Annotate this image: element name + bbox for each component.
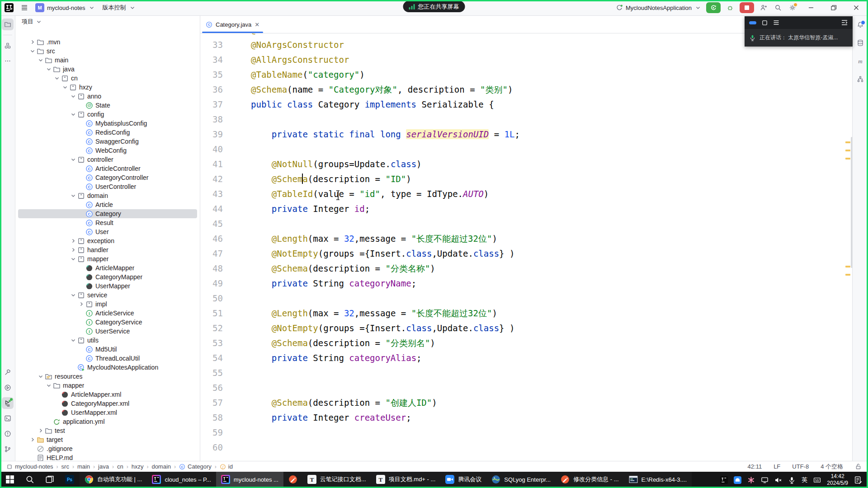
line-number[interactable]: 53 (200, 336, 223, 351)
taskbar-button[interactable]: T云笔记接口文档... (302, 472, 371, 488)
tree-item[interactable]: UserMapper (18, 282, 197, 291)
chevron-down-icon[interactable] (70, 111, 77, 118)
line-number[interactable]: 49 (200, 276, 223, 291)
commit-tool-button[interactable] (2, 40, 14, 52)
tree-item[interactable]: CArticle (18, 200, 197, 209)
taskbar-button[interactable]: SQLyog Enterpr... (486, 472, 556, 488)
chevron-down-icon[interactable] (45, 382, 53, 389)
line-number[interactable]: 57 (200, 395, 223, 410)
tree-item[interactable]: UserMapper.xml (18, 408, 197, 417)
code-line-36[interactable]: 36@Schema(name = "Category对象", descripti… (200, 82, 853, 97)
indent-setting[interactable]: 4 个空格 (821, 463, 843, 471)
code-line-51[interactable]: 51 @Length(max = 32,message = "长度不能超过32位… (200, 306, 853, 321)
tree-item[interactable]: CResult (18, 218, 197, 227)
maven-tool-button[interactable]: m (857, 57, 864, 66)
tab-close-icon[interactable]: ✕ (255, 22, 259, 28)
line-number[interactable]: 40 (200, 142, 223, 157)
taskbar-button[interactable]: cloud_notes – P... (147, 472, 216, 488)
chevron-down-icon[interactable] (53, 75, 61, 82)
chevron-down-icon[interactable] (70, 156, 77, 163)
meetingTray-icon[interactable] (734, 476, 741, 484)
code-line-35[interactable]: 35@TableName("category") (200, 67, 853, 82)
tree-item[interactable]: CMycloudNotesApplication (18, 363, 197, 372)
tree-item[interactable]: java (18, 65, 197, 74)
tree-item[interactable]: test (18, 426, 197, 435)
stripe-mark[interactable] (845, 274, 850, 276)
taskbar-button[interactable]: E:\Redis-x64-3.... (624, 472, 692, 488)
tree-item[interactable]: CUser (18, 227, 197, 236)
line-number[interactable]: 59 (200, 425, 223, 440)
code-line-54[interactable]: 54 private String categoryAlias; (200, 351, 853, 366)
code-with-me-button[interactable] (759, 3, 769, 13)
line-number[interactable]: 42 (200, 172, 223, 187)
chevron-right-icon[interactable] (29, 38, 37, 46)
file-encoding[interactable]: UTF-8 (792, 463, 809, 470)
chevron-down-icon[interactable] (45, 66, 53, 73)
tree-item[interactable]: resources (18, 372, 197, 381)
ime-language-indicator[interactable]: 英 (802, 476, 807, 484)
chevron-right-icon[interactable] (70, 246, 77, 253)
code-line-47[interactable]: 47 @NotEmpty(groups ={Insert.class,Updat… (200, 246, 853, 261)
line-number[interactable]: 55 (200, 366, 223, 380)
task-view-button[interactable] (40, 472, 60, 488)
endpoints-tool-button[interactable] (857, 75, 864, 84)
micTray-icon[interactable] (788, 476, 796, 484)
tree-item[interactable]: CSwaggerConfig (18, 137, 197, 146)
tree-item[interactable]: hxzy (18, 83, 197, 92)
stop-button[interactable] (740, 2, 754, 13)
line-number[interactable]: 39 (200, 127, 223, 142)
line-number[interactable]: 50 (200, 291, 223, 306)
breadcrumb-item[interactable]: main (77, 463, 90, 470)
code-line-46[interactable]: 46 @Length(max = 32,message = "长度不能超过32位… (200, 231, 853, 246)
terminal-tool-button[interactable] (2, 413, 14, 424)
line-number[interactable]: 52 (200, 321, 223, 336)
code-line-50[interactable]: 50 (200, 291, 853, 306)
tree-item[interactable]: CArticleController (18, 164, 197, 173)
action-center-icon[interactable] (854, 476, 863, 484)
tree-item[interactable]: CRedisConfig (18, 128, 197, 137)
tree-item[interactable]: config (18, 110, 197, 119)
tree-item[interactable]: mapper (18, 254, 197, 263)
line-number[interactable]: 38 (200, 112, 223, 127)
tree-item[interactable]: CMd5Util (18, 345, 197, 354)
chevron-down-icon[interactable] (70, 337, 77, 344)
tree-item[interactable]: CWebConfig (18, 146, 197, 155)
chevron-down-icon[interactable] (70, 192, 77, 199)
code-line-34[interactable]: 34@AllArgsConstructor (200, 52, 853, 67)
line-number[interactable]: 41 (200, 157, 223, 172)
tree-item[interactable]: controller (18, 155, 197, 164)
code-line-53[interactable]: 53 @Schema(description = "分类别名") (200, 336, 853, 351)
flower-icon[interactable] (747, 476, 755, 484)
code-line-52[interactable]: 52 @NotEmpty(groups ={Insert.class,Updat… (200, 321, 853, 336)
tree-item[interactable]: CCategoryController (18, 173, 197, 182)
chevron-down-icon[interactable] (70, 255, 77, 263)
meeting-list-icon[interactable] (773, 19, 779, 26)
tree-item[interactable]: ArticleMapper (18, 263, 197, 272)
breadcrumb-item[interactable]: java (98, 463, 109, 470)
chevron-right-icon[interactable] (29, 436, 37, 443)
breadcrumb-item[interactable]: fid (220, 463, 233, 470)
line-number[interactable]: 54 (200, 351, 223, 366)
taskbar-search-button[interactable] (20, 472, 40, 488)
chevron-right-icon[interactable] (37, 427, 45, 434)
tree-item[interactable]: CThreadLocalUtil (18, 354, 197, 363)
meeting-minimize-icon[interactable] (749, 21, 756, 24)
tree-item[interactable]: application.yml (18, 417, 197, 426)
project-panel-header[interactable]: 项目 (15, 16, 200, 28)
rerun-button[interactable] (706, 2, 721, 13)
chevron-down-icon[interactable] (37, 56, 45, 64)
tree-item[interactable]: target (18, 435, 197, 444)
line-number[interactable]: 48 (200, 261, 223, 276)
tree-item[interactable]: service (18, 291, 197, 300)
tree-item[interactable]: handler (18, 245, 197, 254)
code-line-41[interactable]: 41 @NotNull(groups=Update.class) (200, 157, 853, 172)
taskbar-button[interactable]: 修改分类信息 - ... (556, 472, 623, 488)
tree-item[interactable]: HELP.md (18, 453, 197, 461)
line-number[interactable]: 34 (200, 52, 223, 67)
chevron-down-icon[interactable] (29, 47, 37, 55)
line-number[interactable]: 36 (200, 82, 223, 97)
line-number[interactable]: 44 (200, 202, 223, 216)
cast-icon[interactable] (761, 476, 769, 484)
line-number[interactable]: 33 (200, 38, 223, 52)
code-line-38[interactable]: 38 (200, 112, 853, 127)
